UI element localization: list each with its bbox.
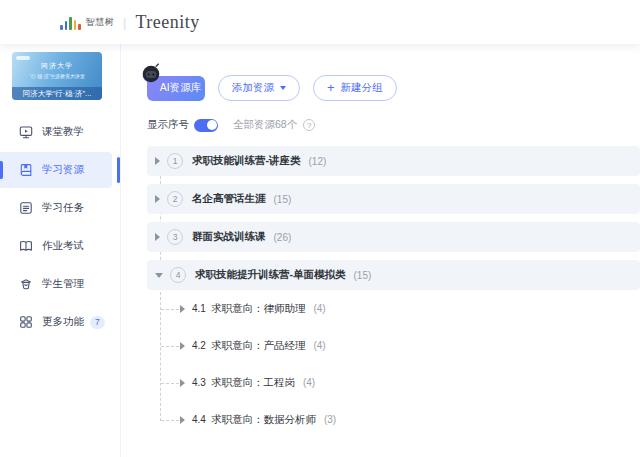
- sidebar-item-learning-resources[interactable]: 学习资源: [0, 152, 112, 188]
- expand-caret-icon[interactable]: [180, 416, 185, 424]
- exam-icon: [19, 239, 33, 253]
- equalizer-logo-icon: [60, 15, 81, 30]
- child-number: 4.3: [192, 377, 206, 388]
- new-group-button[interactable]: + 新建分组: [313, 75, 397, 101]
- expand-caret-icon[interactable]: [155, 233, 160, 241]
- group-number-badge: 1: [167, 153, 183, 169]
- sidebar-item-classroom-teaching[interactable]: 课堂教学: [0, 114, 112, 150]
- help-icon[interactable]: ?: [303, 119, 315, 131]
- child-row-4.1[interactable]: 4.1求职意向：律师助理(4): [147, 290, 640, 327]
- book-icon: [19, 163, 33, 177]
- top-header: 智慧树 | Treenity: [0, 0, 640, 44]
- child-count: (4): [313, 340, 325, 351]
- group-title: 群面实战训练课: [192, 230, 266, 244]
- grid-icon: [19, 315, 33, 329]
- child-row-4.2[interactable]: 4.2求职意向：产品经理(4): [147, 327, 640, 364]
- course-card-title: 同济大学: [12, 61, 102, 71]
- child-title: 求职意向：数据分析师: [211, 413, 316, 427]
- sidebar-item-label: 课堂教学: [42, 125, 84, 139]
- group-row-1[interactable]: 1求职技能训练营-讲座类(12): [147, 146, 640, 176]
- group-title: 求职技能训练营-讲座类: [192, 154, 301, 168]
- child-number: 4.1: [192, 303, 206, 314]
- sidebar-item-label: 作业考试: [42, 239, 84, 253]
- group-row-2[interactable]: 2名企高管话生涯(15): [147, 184, 640, 214]
- sidebar-item-student-management[interactable]: 学生管理: [0, 266, 112, 302]
- expand-caret-icon[interactable]: [180, 342, 185, 350]
- group-number-badge: 2: [167, 191, 183, 207]
- group-count: (15): [274, 194, 292, 205]
- ai-resource-library-button[interactable]: AI资源库: [147, 76, 205, 101]
- toolbar: AI资源库 添加资源 + 新建分组: [147, 75, 640, 101]
- brand-name-en: Treenity: [135, 12, 199, 33]
- total-resources-text: 全部资源68个: [233, 118, 297, 132]
- group-row-4[interactable]: 4求职技能提升训练营-单面模拟类(15): [147, 260, 640, 290]
- expand-caret-icon[interactable]: [155, 195, 160, 203]
- group-title: 名企高管话生涯: [192, 192, 266, 206]
- group-number-badge: 4: [170, 267, 186, 283]
- brand-divider: |: [123, 15, 126, 30]
- child-number: 4.4: [192, 414, 206, 425]
- collapse-caret-icon[interactable]: [155, 273, 163, 278]
- group-count: (26): [274, 232, 292, 243]
- show-order-toggle[interactable]: [194, 119, 218, 132]
- child-count: (4): [303, 377, 315, 388]
- sidebar: 同济大学 “行·稳·济”生涯教育大讲堂 同济大学“行·稳·济”... 课堂教学学…: [0, 44, 121, 457]
- course-card-subtitle: “行·稳·济”生涯教育大讲堂: [20, 73, 94, 80]
- child-title: 求职意向：产品经理: [211, 339, 306, 353]
- brand-name-cn: 智慧树: [86, 16, 115, 29]
- sidebar-item-label: 更多功能: [42, 315, 84, 329]
- main-content: AI资源库 添加资源 + 新建分组 显示序号 全部资源68个 ? 1求职技能训练…: [121, 44, 640, 457]
- sidebar-item-label: 学习资源: [42, 163, 84, 177]
- plus-icon: +: [327, 81, 335, 94]
- expand-caret-icon[interactable]: [155, 157, 160, 165]
- dropdown-caret-icon: [280, 86, 286, 90]
- show-order-label: 显示序号: [147, 118, 189, 132]
- child-row-4.3[interactable]: 4.3求职意向：工程岗(4): [147, 364, 640, 401]
- group-title: 求职技能提升训练营-单面模拟类: [195, 268, 346, 282]
- course-card-footer: 同济大学“行·稳·济”...: [12, 87, 102, 100]
- sidebar-item-label: 学习任务: [42, 201, 84, 215]
- add-resource-button[interactable]: 添加资源: [218, 75, 300, 101]
- group-number-badge: 3: [167, 229, 183, 245]
- child-number: 4.2: [192, 340, 206, 351]
- ai-button-label: AI资源库: [160, 81, 201, 95]
- group-count: (12): [309, 156, 327, 167]
- child-title: 求职意向：律师助理: [211, 302, 306, 316]
- sidebar-item-more-features[interactable]: 更多功能7: [0, 304, 112, 340]
- group-row-3[interactable]: 3群面实战训练课(26): [147, 222, 640, 252]
- expand-caret-icon[interactable]: [180, 305, 185, 313]
- resource-tree: 1求职技能训练营-讲座类(12)2名企高管话生涯(15)3群面实战训练课(26)…: [147, 146, 640, 438]
- child-row-4.4[interactable]: 4.4求职意向：数据分析师(3): [147, 401, 640, 438]
- brand: 智慧树 | Treenity: [60, 12, 200, 33]
- course-card[interactable]: 同济大学 “行·稳·济”生涯教育大讲堂 同济大学“行·稳·济”...: [12, 52, 102, 100]
- filter-row: 显示序号 全部资源68个 ?: [147, 118, 640, 132]
- child-count: (3): [324, 414, 336, 425]
- sidebar-nav: 课堂教学学习资源学习任务作业考试学生管理更多功能7: [0, 114, 120, 340]
- add-resource-label: 添加资源: [232, 81, 274, 95]
- student-icon: [19, 277, 33, 291]
- sidebar-item-learning-tasks[interactable]: 学习任务: [0, 190, 112, 226]
- sidebar-item-label: 学生管理: [42, 277, 84, 291]
- new-group-label: 新建分组: [341, 81, 383, 95]
- group-count: (15): [354, 270, 372, 281]
- child-count: (4): [313, 303, 325, 314]
- task-icon: [19, 201, 33, 215]
- sidebar-item-homework-exam[interactable]: 作业考试: [0, 228, 112, 264]
- child-title: 求职意向：工程岗: [211, 376, 295, 390]
- course-card-logo: [16, 56, 30, 60]
- presentation-icon: [19, 125, 33, 139]
- ai-robot-icon: [140, 62, 162, 84]
- more-features-badge: 7: [90, 316, 105, 329]
- expand-caret-icon[interactable]: [180, 379, 185, 387]
